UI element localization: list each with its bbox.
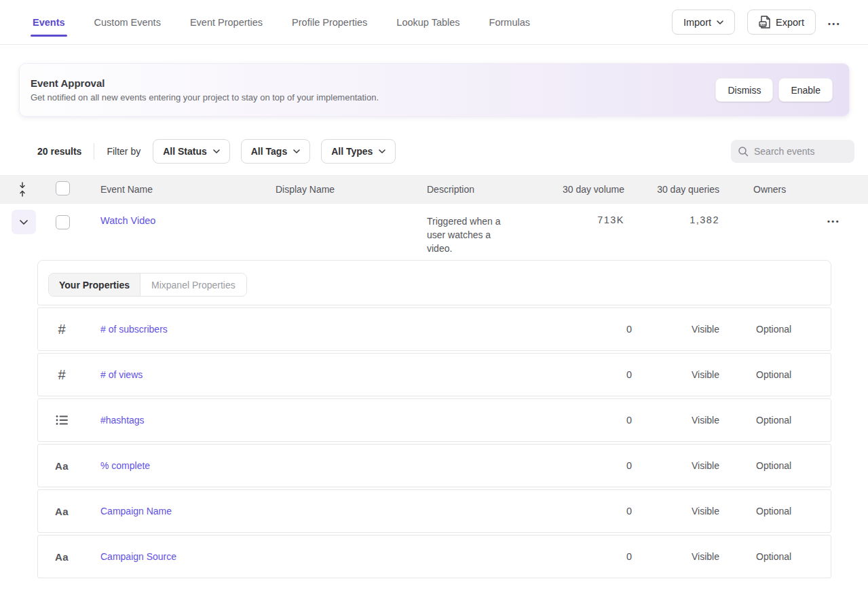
chevron-down-icon	[20, 220, 28, 225]
event-approval-banner: Event Approval Get notified on all new e…	[19, 63, 850, 117]
event-name-link[interactable]: Watch Video	[100, 215, 155, 226]
property-row: # # of views 0 Visible Optional	[37, 353, 831, 396]
select-all-checkbox[interactable]	[56, 181, 70, 195]
export-button-label: Export	[776, 17, 804, 28]
text-type-icon: Aa	[55, 460, 69, 472]
row-checkbox[interactable]	[56, 215, 70, 229]
number-type-icon: #	[58, 367, 65, 383]
search-box	[731, 140, 854, 163]
property-visibility: Visible	[692, 551, 756, 562]
property-value: 0	[550, 506, 632, 517]
chevron-down-icon	[213, 149, 220, 153]
property-name-link[interactable]: % complete	[86, 460, 550, 471]
property-value: 0	[550, 324, 632, 335]
column-owners: Owners	[753, 184, 825, 195]
property-requirement: Optional	[756, 324, 831, 335]
csv-file-icon: csv	[759, 16, 770, 29]
import-button-label: Import	[683, 17, 711, 28]
filter-all-types-label: All Types	[331, 146, 373, 157]
properties-segmented-control: Your Properties Mixpanel Properties	[48, 273, 247, 297]
chevron-down-icon	[293, 149, 300, 153]
toolbar-divider	[94, 143, 94, 160]
svg-text:csv: csv	[759, 22, 766, 26]
row-more-menu-button[interactable]: •••	[827, 214, 840, 225]
property-name-link[interactable]: #hashtags	[86, 415, 550, 426]
property-row: Aa % complete 0 Visible Optional	[37, 444, 831, 487]
more-menu-button[interactable]: •••	[828, 17, 841, 28]
tab-event-properties[interactable]: Event Properties	[190, 17, 263, 28]
property-requirement: Optional	[756, 369, 831, 380]
column-30-day-volume: 30 day volume	[537, 184, 624, 195]
owners-cell	[753, 204, 825, 214]
banner-title: Event Approval	[31, 77, 379, 89]
topnav-actions: Import csv Export •••	[672, 10, 841, 35]
chevron-down-icon	[379, 149, 385, 153]
property-requirement: Optional	[756, 415, 831, 426]
banner-text: Event Approval Get notified on all new e…	[31, 77, 379, 102]
event-description: Triggered when a user watches a video.	[408, 204, 537, 255]
property-requirement: Optional	[756, 551, 831, 562]
event-properties-panel: Your Properties Mixpanel Properties # # …	[37, 260, 831, 578]
search-input[interactable]	[754, 146, 848, 157]
property-visibility: Visible	[692, 415, 756, 426]
property-value: 0	[550, 369, 632, 380]
lexicon-tabs: Events Custom Events Event Properties Pr…	[33, 17, 530, 28]
banner-actions: Dismiss Enable	[715, 78, 833, 102]
dismiss-button[interactable]: Dismiss	[715, 78, 773, 102]
column-event-name: Event Name	[81, 184, 257, 195]
text-type-icon: Aa	[55, 551, 69, 563]
filter-all-tags-label: All Tags	[251, 146, 287, 157]
property-visibility: Visible	[692, 460, 756, 471]
property-name-link[interactable]: Campaign Name	[86, 506, 550, 517]
text-type-icon: Aa	[55, 506, 69, 517]
tab-events[interactable]: Events	[33, 17, 65, 28]
properties-tab-bar: Your Properties Mixpanel Properties	[37, 260, 831, 305]
property-visibility: Visible	[692, 369, 756, 380]
property-row: Aa Campaign Name 0 Visible Optional	[37, 489, 831, 533]
banner-description: Get notified on all new events entering …	[31, 92, 379, 102]
column-display-name: Display Name	[257, 184, 408, 195]
filter-all-types[interactable]: All Types	[321, 139, 396, 164]
list-type-icon	[56, 415, 69, 426]
collapse-row-button[interactable]	[12, 210, 36, 234]
property-name-link[interactable]: # of subscribers	[86, 324, 550, 335]
column-description: Description	[408, 184, 537, 195]
property-name-link[interactable]: # of views	[86, 369, 550, 380]
filter-all-tags[interactable]: All Tags	[241, 139, 310, 164]
30-day-queries-value: 1,382	[624, 204, 719, 225]
tab-mixpanel-properties[interactable]: Mixpanel Properties	[140, 274, 246, 296]
tab-formulas[interactable]: Formulas	[489, 17, 530, 28]
property-value: 0	[550, 415, 632, 426]
column-30-day-queries: 30 day queries	[624, 184, 719, 195]
collapse-all-icon[interactable]	[18, 181, 27, 198]
property-value: 0	[550, 551, 632, 562]
top-nav: Events Custom Events Event Properties Pr…	[0, 0, 868, 45]
events-table-header: Event Name Display Name Description 30 d…	[0, 175, 868, 204]
property-row: # # of subscribers 0 Visible Optional	[37, 307, 831, 351]
chevron-down-icon	[717, 20, 723, 24]
enable-button[interactable]: Enable	[778, 78, 833, 102]
results-count: 20 results	[37, 146, 81, 157]
filter-toolbar: 20 results Filter by All Status All Tags…	[37, 139, 854, 164]
tab-custom-events[interactable]: Custom Events	[94, 17, 161, 28]
property-row: Aa Campaign Source 0 Visible Optional	[37, 535, 831, 578]
tab-your-properties[interactable]: Your Properties	[49, 274, 140, 296]
tab-lookup-tables[interactable]: Lookup Tables	[396, 17, 459, 28]
export-button[interactable]: csv Export	[747, 10, 816, 35]
property-value: 0	[550, 460, 632, 471]
search-icon	[738, 146, 749, 157]
number-type-icon: #	[58, 322, 65, 337]
display-name-cell	[257, 204, 408, 214]
filter-all-status[interactable]: All Status	[153, 139, 230, 164]
property-visibility: Visible	[692, 324, 756, 335]
tab-profile-properties[interactable]: Profile Properties	[292, 17, 367, 28]
property-visibility: Visible	[692, 506, 756, 517]
property-row: #hashtags 0 Visible Optional	[37, 398, 831, 442]
import-button[interactable]: Import	[672, 10, 735, 35]
property-name-link[interactable]: Campaign Source	[86, 551, 550, 562]
event-row-watch-video: Watch Video Triggered when a user watche…	[0, 204, 868, 258]
filter-all-status-label: All Status	[163, 146, 207, 157]
property-requirement: Optional	[756, 460, 831, 471]
filter-by-label: Filter by	[107, 146, 140, 157]
property-requirement: Optional	[756, 506, 831, 517]
